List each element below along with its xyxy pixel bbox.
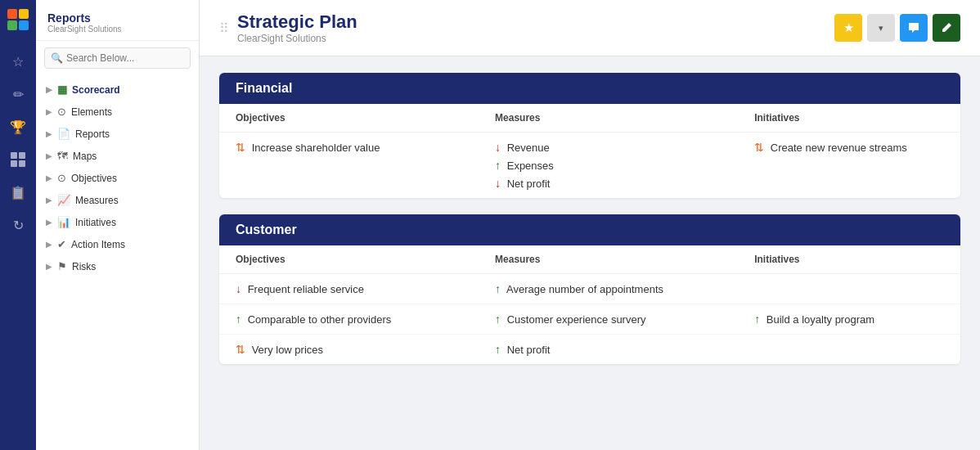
customer-measure-2-text: Customer experience survery — [507, 313, 646, 326]
col-header-measures: Measures — [479, 104, 738, 133]
edit-button[interactable] — [933, 14, 960, 42]
sidebar-item-measures[interactable]: ▶ 📈 Measures — [36, 189, 199, 211]
sidebar-item-objectives[interactable]: ▶ ⊙ Objectives — [36, 167, 199, 189]
sidebar-label-measures: Measures — [75, 195, 119, 206]
customer-measure-3: ↑ Net profit — [479, 335, 738, 365]
sidebar-item-initiatives[interactable]: ▶ 📊 Initiatives — [36, 211, 199, 233]
table-row: ⇅ Increase shareholder value ↓ Revenue ↑… — [219, 133, 960, 199]
customer-obj-1-text: Frequent reliable service — [248, 283, 364, 295]
sidebar-label-maps: Maps — [73, 151, 97, 162]
dashboard-nav-icon[interactable] — [9, 151, 27, 169]
search-input[interactable] — [44, 47, 191, 69]
arrow-up-icon: ↑ — [495, 313, 501, 326]
arrow-updown-icon: ⇅ — [236, 141, 245, 154]
chat-button[interactable] — [900, 14, 928, 42]
elements-icon: ⊙ — [57, 106, 66, 118]
sidebar-label-elements: Elements — [71, 106, 112, 118]
arrow-down-icon: ↓ — [495, 141, 501, 154]
financial-objective-1: ⇅ Increase shareholder value — [219, 133, 479, 199]
financial-section: Financial Objectives Measures Initiative… — [219, 73, 960, 198]
main-body: Financial Objectives Measures Initiative… — [200, 56, 980, 450]
col-header-objectives: Objectives — [219, 104, 479, 133]
measure-revenue: Revenue — [507, 142, 550, 154]
objectives-icon: ⊙ — [57, 172, 66, 184]
customer-initiative-3 — [738, 335, 960, 365]
arrow-up-icon: ↑ — [495, 282, 501, 295]
clipboard-nav-icon[interactable]: 📋 — [9, 183, 27, 201]
arrow-updown-icon: ⇅ — [754, 141, 764, 154]
col-header-initiatives: Initiatives — [738, 245, 960, 274]
sidebar-item-elements[interactable]: ▶ ⊙ Elements — [36, 101, 199, 123]
chevron-icon: ▶ — [46, 129, 52, 138]
financial-section-header: Financial — [219, 73, 960, 104]
sidebar-item-action-items[interactable]: ▶ ✔ Action Items — [36, 233, 199, 255]
sidebar-label-action-items: Action Items — [71, 239, 125, 250]
financial-table: Objectives Measures Initiatives ⇅ Increa… — [219, 104, 960, 198]
customer-measure-1: ↑ Average number of appointments — [479, 274, 738, 304]
star-button[interactable]: ★ — [834, 14, 862, 42]
drag-handle-icon[interactable]: ⠿ — [219, 20, 229, 36]
arrow-up-icon: ↑ — [495, 159, 501, 172]
customer-obj-3-text: Very low prices — [252, 344, 323, 356]
svg-rect-0 — [7, 9, 17, 19]
arrow-up-icon: ↑ — [236, 313, 241, 326]
customer-measure-3-text: Net profit — [507, 344, 551, 356]
initiatives-icon: 📊 — [57, 216, 70, 228]
financial-measures-1: ↓ Revenue ↑ Expenses ↓ Net profit — [479, 133, 738, 199]
star-nav-icon[interactable]: ☆ — [9, 52, 27, 70]
initiative-revenue-streams: Create new revenue streams — [771, 142, 907, 154]
chevron-icon: ▶ — [46, 151, 52, 160]
svg-rect-1 — [19, 9, 29, 19]
measures-icon: 📈 — [57, 194, 70, 206]
main-header: ⠿ Strategic Plan ClearSight Solutions ★ … — [200, 0, 980, 56]
customer-table: Objectives Measures Initiatives ↓ Freque… — [219, 245, 960, 364]
pencil-nav-icon[interactable]: ✏ — [9, 85, 27, 103]
table-row: ↓ Frequent reliable service ↑ Average nu… — [219, 274, 960, 304]
sidebar-item-reports[interactable]: ▶ 📄 Reports — [36, 123, 199, 145]
table-row: ⇅ Very low prices ↑ Net profit — [219, 335, 960, 365]
measure-net-profit: Net profit — [507, 178, 551, 190]
sidebar-item-risks[interactable]: ▶ ⚑ Risks — [36, 255, 199, 277]
arrow-down-icon: ↓ — [495, 177, 501, 190]
reports-icon: 📄 — [57, 128, 70, 140]
sidebar-nav: ▶ ▦ Scorecard ▶ ⊙ Elements ▶ 📄 Reports ▶… — [36, 75, 199, 450]
page-title-block: Strategic Plan ClearSight Solutions — [237, 11, 357, 44]
chevron-icon: ▶ — [46, 85, 52, 94]
header-left: ⠿ Strategic Plan ClearSight Solutions — [219, 11, 357, 44]
customer-section: Customer Objectives Measures Initiatives… — [219, 214, 960, 364]
arrow-updown-icon: ⇅ — [236, 343, 245, 356]
scorecard-icon: ▦ — [57, 83, 67, 96]
svg-rect-2 — [7, 20, 17, 30]
col-header-objectives: Objectives — [219, 245, 479, 274]
dropdown-button[interactable]: ▾ — [867, 14, 895, 42]
maps-icon: 🗺 — [57, 150, 68, 162]
sidebar-search-container: 🔍 — [36, 41, 199, 75]
chevron-icon: ▶ — [46, 262, 52, 271]
sidebar-header: Reports ClearSight Solutions — [36, 0, 199, 41]
sidebar-item-maps[interactable]: ▶ 🗺 Maps — [36, 145, 199, 167]
customer-objective-2: ↑ Comparable to other providers — [219, 304, 479, 335]
refresh-nav-icon[interactable]: ↻ — [9, 216, 27, 234]
main-content: ⠿ Strategic Plan ClearSight Solutions ★ … — [200, 0, 980, 450]
chevron-icon: ▶ — [46, 107, 52, 116]
risks-icon: ⚑ — [57, 260, 67, 272]
svg-rect-5 — [19, 152, 25, 159]
customer-initiative-2: ↑ Build a loyalty program — [738, 304, 960, 335]
svg-rect-6 — [11, 160, 17, 167]
sidebar-item-scorecard[interactable]: ▶ ▦ Scorecard — [36, 79, 199, 101]
col-header-initiatives: Initiatives — [738, 104, 960, 133]
arrow-up-icon: ↑ — [754, 313, 760, 326]
search-icon: 🔍 — [51, 52, 63, 64]
customer-initiative-2-text: Build a loyalty program — [766, 313, 874, 326]
customer-initiative-1 — [738, 274, 960, 304]
customer-objective-1: ↓ Frequent reliable service — [219, 274, 479, 304]
financial-title: Financial — [236, 81, 292, 95]
measure-expenses: Expenses — [507, 160, 554, 172]
sidebar-title: Reports — [47, 11, 187, 25]
chevron-icon: ▶ — [46, 218, 52, 227]
logo-icon — [7, 8, 29, 34]
customer-measure-2: ↑ Customer experience survery — [479, 304, 738, 335]
financial-initiatives-1: ⇅ Create new revenue streams — [738, 133, 960, 199]
sidebar-label-scorecard: Scorecard — [72, 84, 120, 96]
trophy-nav-icon[interactable]: 🏆 — [9, 118, 27, 136]
